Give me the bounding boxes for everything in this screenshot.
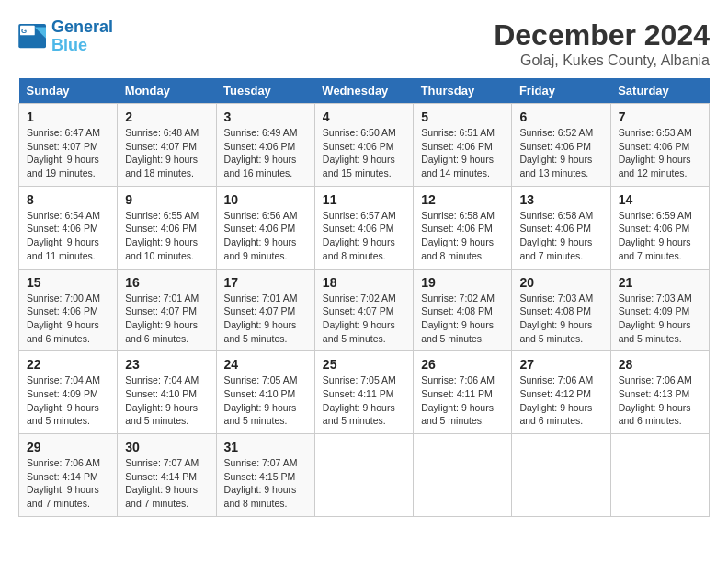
day-detail: Sunrise: 7:00 AM Sunset: 4:06 PM Dayligh… [27,292,109,346]
calendar-day-cell: 20 Sunrise: 7:03 AM Sunset: 4:08 PM Dayl… [512,269,610,351]
calendar-subtitle: Golaj, Kukes County, Albania [494,52,710,69]
empty-cell [314,434,413,517]
calendar-day-cell: 27 Sunrise: 7:06 AM Sunset: 4:12 PM Dayl… [512,351,610,434]
calendar-day-cell: 23 Sunrise: 7:04 AM Sunset: 4:10 PM Dayl… [118,351,216,434]
calendar-day-cell: 24 Sunrise: 7:05 AM Sunset: 4:10 PM Dayl… [216,351,314,434]
day-detail: Sunrise: 6:47 AM Sunset: 4:07 PM Dayligh… [27,126,109,180]
calendar-day-cell: 31 Sunrise: 7:07 AM Sunset: 4:15 PM Dayl… [216,434,314,517]
header-friday: Friday [512,78,610,104]
day-number: 29 [27,440,109,454]
calendar-day-cell: 1 Sunrise: 6:47 AM Sunset: 4:07 PM Dayli… [19,104,118,187]
day-number: 26 [421,357,504,372]
day-number: 3 [224,109,307,124]
calendar-week-row: 1 Sunrise: 6:47 AM Sunset: 4:07 PM Dayli… [19,104,710,187]
day-number: 28 [619,357,701,372]
empty-cell [610,434,709,517]
calendar-day-cell: 12 Sunrise: 6:58 AM Sunset: 4:06 PM Dayl… [414,186,512,269]
calendar-day-cell: 11 Sunrise: 6:57 AM Sunset: 4:06 PM Dayl… [314,186,413,269]
day-number: 11 [323,192,405,207]
header-wednesday: Wednesday [314,78,413,104]
page-header: G General Blue December 2024 Golaj, Kuke… [18,18,710,69]
day-detail: Sunrise: 7:01 AM Sunset: 4:07 PM Dayligh… [125,292,208,346]
day-number: 25 [323,357,405,372]
calendar-day-cell: 16 Sunrise: 7:01 AM Sunset: 4:07 PM Dayl… [118,269,216,351]
calendar-day-cell: 14 Sunrise: 6:59 AM Sunset: 4:06 PM Dayl… [610,186,709,269]
empty-cell [512,434,610,517]
calendar-week-row: 22 Sunrise: 7:04 AM Sunset: 4:09 PM Dayl… [19,351,710,434]
calendar-day-cell: 17 Sunrise: 7:01 AM Sunset: 4:07 PM Dayl… [216,269,314,351]
day-detail: Sunrise: 6:48 AM Sunset: 4:07 PM Dayligh… [125,126,208,180]
day-number: 24 [224,357,307,372]
calendar-day-cell: 25 Sunrise: 7:05 AM Sunset: 4:11 PM Dayl… [314,351,413,434]
day-detail: Sunrise: 7:03 AM Sunset: 4:09 PM Dayligh… [619,292,701,346]
header-sunday: Sunday [19,78,118,104]
day-number: 10 [224,192,307,207]
day-number: 17 [224,275,307,290]
day-number: 27 [519,357,602,372]
calendar-day-cell: 26 Sunrise: 7:06 AM Sunset: 4:11 PM Dayl… [414,351,512,434]
day-detail: Sunrise: 7:06 AM Sunset: 4:12 PM Dayligh… [519,373,602,428]
header-saturday: Saturday [610,78,709,104]
logo-icon: G [18,24,48,50]
day-number: 12 [421,192,504,207]
day-detail: Sunrise: 6:58 AM Sunset: 4:06 PM Dayligh… [421,209,504,263]
calendar-day-cell: 5 Sunrise: 6:51 AM Sunset: 4:06 PM Dayli… [414,104,512,187]
day-number: 14 [619,192,701,207]
day-detail: Sunrise: 6:54 AM Sunset: 4:06 PM Dayligh… [27,209,109,263]
calendar-title: December 2024 [494,18,710,52]
logo: G General Blue [18,18,113,55]
calendar-day-cell: 8 Sunrise: 6:54 AM Sunset: 4:06 PM Dayli… [19,186,118,269]
day-number: 8 [27,192,109,207]
calendar-day-cell: 2 Sunrise: 6:48 AM Sunset: 4:07 PM Dayli… [118,104,216,187]
day-detail: Sunrise: 6:58 AM Sunset: 4:06 PM Dayligh… [519,209,602,263]
day-number: 16 [125,275,208,290]
day-detail: Sunrise: 7:06 AM Sunset: 4:13 PM Dayligh… [619,373,701,428]
day-number: 18 [323,275,405,290]
calendar-day-cell: 15 Sunrise: 7:00 AM Sunset: 4:06 PM Dayl… [19,269,118,351]
calendar-week-row: 29 Sunrise: 7:06 AM Sunset: 4:14 PM Dayl… [19,434,710,517]
day-number: 31 [224,440,307,454]
day-detail: Sunrise: 6:56 AM Sunset: 4:06 PM Dayligh… [224,209,307,263]
calendar-day-cell: 4 Sunrise: 6:50 AM Sunset: 4:06 PM Dayli… [314,104,413,187]
calendar-day-cell: 19 Sunrise: 7:02 AM Sunset: 4:08 PM Dayl… [414,269,512,351]
day-detail: Sunrise: 7:02 AM Sunset: 4:08 PM Dayligh… [421,292,504,346]
day-detail: Sunrise: 6:51 AM Sunset: 4:06 PM Dayligh… [421,126,504,180]
calendar-day-cell: 3 Sunrise: 6:49 AM Sunset: 4:06 PM Dayli… [216,104,314,187]
day-detail: Sunrise: 7:06 AM Sunset: 4:11 PM Dayligh… [421,373,504,428]
header-tuesday: Tuesday [216,78,314,104]
header-thursday: Thursday [414,78,512,104]
day-detail: Sunrise: 7:04 AM Sunset: 4:10 PM Dayligh… [125,373,208,428]
day-detail: Sunrise: 6:55 AM Sunset: 4:06 PM Dayligh… [125,209,208,263]
calendar-day-cell: 10 Sunrise: 6:56 AM Sunset: 4:06 PM Dayl… [216,186,314,269]
calendar-day-cell: 29 Sunrise: 7:06 AM Sunset: 4:14 PM Dayl… [19,434,118,517]
day-number: 13 [519,192,602,207]
calendar-day-cell: 21 Sunrise: 7:03 AM Sunset: 4:09 PM Dayl… [610,269,709,351]
calendar-day-cell: 28 Sunrise: 7:06 AM Sunset: 4:13 PM Dayl… [610,351,709,434]
day-detail: Sunrise: 7:07 AM Sunset: 4:14 PM Dayligh… [125,456,208,511]
day-number: 4 [323,109,405,124]
day-number: 7 [619,109,701,124]
day-detail: Sunrise: 6:50 AM Sunset: 4:06 PM Dayligh… [323,126,405,180]
day-number: 23 [125,357,208,372]
calendar-day-cell: 18 Sunrise: 7:02 AM Sunset: 4:07 PM Dayl… [314,269,413,351]
day-number: 20 [519,275,602,290]
calendar-day-cell: 6 Sunrise: 6:52 AM Sunset: 4:06 PM Dayli… [512,104,610,187]
calendar-week-row: 15 Sunrise: 7:00 AM Sunset: 4:06 PM Dayl… [19,269,710,351]
calendar-day-cell: 22 Sunrise: 7:04 AM Sunset: 4:09 PM Dayl… [19,351,118,434]
day-number: 30 [125,440,208,454]
day-detail: Sunrise: 7:06 AM Sunset: 4:14 PM Dayligh… [27,456,109,511]
day-detail: Sunrise: 7:05 AM Sunset: 4:11 PM Dayligh… [323,373,405,428]
day-detail: Sunrise: 6:59 AM Sunset: 4:06 PM Dayligh… [619,209,701,263]
day-number: 21 [619,275,701,290]
day-detail: Sunrise: 6:49 AM Sunset: 4:06 PM Dayligh… [224,126,307,180]
day-number: 22 [27,357,109,372]
calendar-day-cell: 13 Sunrise: 6:58 AM Sunset: 4:06 PM Dayl… [512,186,610,269]
calendar-day-cell: 7 Sunrise: 6:53 AM Sunset: 4:06 PM Dayli… [610,104,709,187]
day-number: 2 [125,109,208,124]
calendar-header-row: SundayMondayTuesdayWednesdayThursdayFrid… [19,78,710,104]
day-detail: Sunrise: 7:04 AM Sunset: 4:09 PM Dayligh… [27,373,109,428]
day-detail: Sunrise: 7:03 AM Sunset: 4:08 PM Dayligh… [519,292,602,346]
calendar-day-cell: 9 Sunrise: 6:55 AM Sunset: 4:06 PM Dayli… [118,186,216,269]
svg-text:G: G [21,26,27,34]
day-detail: Sunrise: 6:53 AM Sunset: 4:06 PM Dayligh… [619,126,701,180]
